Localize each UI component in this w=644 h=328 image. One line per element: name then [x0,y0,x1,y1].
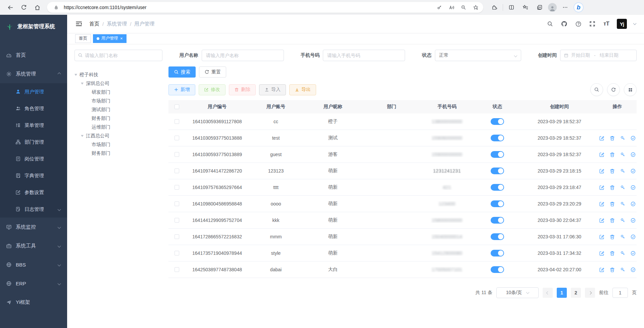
reset-password-icon[interactable] [620,267,626,273]
edit-icon[interactable] [599,185,605,190]
sidebar-item-post-mgmt[interactable]: 岗位管理 [0,150,67,167]
favorite-add-icon[interactable] [471,3,480,12]
row-checkbox[interactable] [175,152,179,157]
tree-node[interactable]: 深圳总公司 [75,79,162,88]
edit-icon[interactable] [599,250,605,256]
search-icon[interactable] [546,20,554,28]
favorites-bar-icon[interactable] [520,2,531,13]
export-button[interactable]: 导出 [289,84,316,95]
edit-icon[interactable] [599,201,605,207]
assign-role-icon[interactable] [630,218,636,223]
select-all-checkbox[interactable] [175,104,179,109]
split-screen-icon[interactable] [506,2,517,13]
refresh-icon[interactable] [18,2,30,13]
delete-icon[interactable] [609,201,615,207]
delete-icon[interactable] [609,152,615,157]
github-icon[interactable] [560,20,568,28]
tree-node[interactable]: 市场部门 [75,97,162,105]
row-checkbox[interactable] [175,119,179,124]
lock-icon[interactable] [52,3,60,12]
import-button[interactable]: 导入 [259,84,286,95]
assign-role-icon[interactable] [630,234,636,240]
assign-role-icon[interactable] [630,185,636,190]
username-input[interactable] [202,50,284,61]
edit-icon[interactable] [599,135,605,141]
delete-icon[interactable] [609,135,615,141]
search-circle-icon[interactable] [590,83,603,96]
tree-node[interactable]: 运维部门 [75,123,162,132]
sidebar-item-param-settings[interactable]: 参数设置 [0,184,67,201]
sidebar-fold-icon[interactable] [75,20,83,28]
refresh-circle-icon[interactable] [607,83,620,96]
caret-down-icon[interactable] [633,21,637,25]
edit-icon[interactable] [599,218,605,223]
sidebar-item-tools[interactable]: 系统工具 [0,236,67,255]
row-checkbox[interactable] [175,234,179,239]
row-checkbox[interactable] [175,201,179,206]
row-checkbox[interactable] [175,136,179,140]
reset-password-icon[interactable] [620,135,626,141]
goto-page-input[interactable] [612,288,628,298]
row-checkbox[interactable] [175,251,179,255]
sidebar-item-menu-mgmt[interactable]: 菜单管理 [0,117,67,134]
help-icon[interactable] [575,20,582,28]
status-toggle[interactable] [491,168,504,174]
edit-icon[interactable] [599,234,605,240]
bing-copilot-icon[interactable]: b [574,2,584,12]
reset-button[interactable]: 重置 [199,66,226,78]
row-checkbox[interactable] [175,267,179,272]
password-key-icon[interactable] [435,3,444,12]
delete-icon[interactable] [609,267,615,273]
assign-role-icon[interactable] [630,250,636,256]
sidebar-item-yi-framework[interactable]: Yi框架 [0,293,67,312]
close-icon[interactable]: × [120,36,123,41]
sidebar-item-home[interactable]: 首页 [0,46,67,64]
assign-role-icon[interactable] [630,135,636,141]
tree-node[interactable]: 橙子科技 [75,71,162,79]
fullscreen-icon[interactable] [589,20,596,28]
zoom-out-icon[interactable] [459,3,468,12]
sidebar-item-role-mgmt[interactable]: 角色管理 [0,100,67,117]
reset-password-icon[interactable] [620,185,626,190]
delete-icon[interactable] [609,218,615,223]
sidebar-item-monitor[interactable]: 系统监控 [0,218,67,236]
delete-icon[interactable] [609,234,615,240]
delete-icon[interactable] [609,250,615,256]
next-page-button[interactable] [585,288,595,298]
status-toggle[interactable] [491,250,504,256]
status-toggle[interactable] [491,118,504,125]
page-button-1[interactable]: 1 [557,288,567,298]
more-icon[interactable] [559,2,571,13]
sidebar-item-dept-mgmt[interactable]: 部门管理 [0,134,67,150]
reset-password-icon[interactable] [620,250,626,256]
assign-role-icon[interactable] [630,168,636,174]
reset-password-icon[interactable] [620,168,626,174]
sidebar-item-user-mgmt[interactable]: 用户管理 [0,83,67,100]
reset-password-icon[interactable] [620,234,626,240]
delete-icon[interactable] [609,168,615,174]
breadcrumb-home[interactable]: 首页 [89,21,99,27]
reset-password-icon[interactable] [620,201,626,207]
assign-role-icon[interactable] [630,201,636,207]
breadcrumb-system[interactable]: 系统管理 [107,21,127,27]
delete-icon[interactable] [609,185,615,190]
edit-button[interactable]: 修改 [199,84,226,95]
row-checkbox[interactable] [175,169,179,173]
status-toggle[interactable] [491,217,504,224]
phone-input[interactable] [323,50,405,61]
tree-node[interactable]: 测试部门 [75,105,162,114]
address-bar[interactable]: https://ccnetcore.com:1101/system/user [47,2,483,13]
search-button[interactable]: 搜索 [168,66,196,78]
tree-node[interactable]: 财务部门 [75,114,162,123]
user-logo[interactable]: Yj [617,19,627,29]
tag-home[interactable]: 首页 [75,34,91,43]
dept-search-input[interactable] [75,50,162,61]
reset-password-icon[interactable] [620,152,626,157]
columns-grid-icon[interactable] [624,83,637,96]
tree-node[interactable]: 财务部门 [75,149,162,158]
status-toggle[interactable] [491,200,504,207]
home-icon[interactable] [32,2,43,13]
assign-role-icon[interactable] [630,152,636,157]
tree-node[interactable]: 江西总公司 [75,132,162,140]
row-checkbox[interactable] [175,185,179,190]
